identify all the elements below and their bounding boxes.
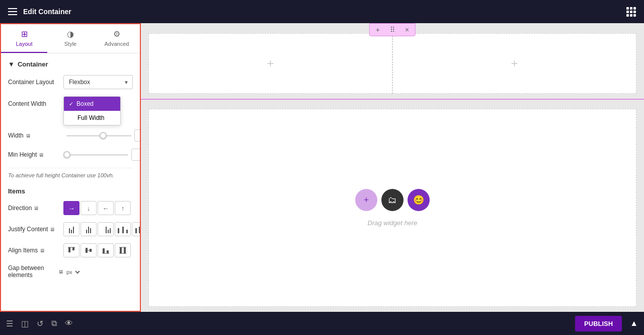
direction-row-reverse-btn[interactable]: ← (98, 201, 114, 215)
min-height-label: Min Height 🖥 (8, 151, 63, 158)
width-row: Width 🖥 px (8, 129, 133, 142)
drag-widget-text: Drag widget here (368, 219, 418, 227)
widget-buttons: + 🗂 😊 (355, 189, 430, 211)
direction-column-reverse-btn[interactable]: ↑ (115, 201, 131, 215)
tab-layout[interactable]: ⊞ Layout (1, 24, 47, 53)
style-icon: ◑ (67, 29, 74, 39)
content-width-row: Content Width ✓ Boxed Full Width (8, 96, 133, 125)
justify-space-around-btn[interactable] (132, 222, 140, 236)
justify-start-btn[interactable] (63, 222, 79, 236)
gap-responsive-icon: 🖥 (58, 269, 63, 275)
container-layout-row: Container Layout Flexbox ▼ (8, 75, 133, 89)
bottom-menu-icon[interactable]: ☰ (6, 319, 13, 328)
drag-widget-area: + 🗂 😊 Drag widget here (355, 189, 430, 227)
min-height-input[interactable] (131, 149, 140, 161)
align-center-btn[interactable] (80, 243, 97, 257)
content-width-dropdown: ✓ Boxed Full Width (63, 96, 121, 125)
canvas-box-left[interactable]: + (148, 33, 392, 94)
svg-rect-6 (103, 248, 105, 253)
justify-responsive-icon: 🖥 (50, 227, 55, 232)
min-height-slider[interactable] (63, 154, 128, 156)
justify-center-btn[interactable] (80, 222, 97, 236)
dropdown-item-boxed[interactable]: ✓ Boxed (64, 97, 120, 111)
canvas-inner: + ⠿ × + + (141, 23, 644, 312)
svg-rect-9 (120, 247, 122, 253)
justify-content-row: Justify Content 🖥 (8, 222, 133, 236)
align-end-btn[interactable] (98, 243, 114, 257)
dropdown-full-width-label: Full Width (77, 114, 104, 121)
container-drag-btn[interactable]: ⠿ (388, 25, 397, 35)
folder-widget-button[interactable]: 🗂 (381, 189, 404, 211)
container-close-btn[interactable]: × (403, 25, 411, 35)
bottom-duplicate-icon[interactable]: ⧉ (51, 319, 57, 328)
dropdown-item-full-width[interactable]: Full Width (64, 111, 120, 125)
width-label: Width 🖥 (8, 132, 63, 139)
gap-row: Gap between elements 🖥 px (8, 264, 133, 279)
left-panel: ⊞ Layout ◑ Style ⚙ Advanced ▼ Container (0, 23, 141, 312)
main-layout: ⊞ Layout ◑ Style ⚙ Advanced ▼ Container (0, 23, 644, 312)
dropdown-boxed-label: Boxed (76, 100, 94, 107)
pink-divider-line (141, 99, 644, 100)
width-slider[interactable] (66, 135, 131, 137)
section-title: Container (18, 60, 48, 68)
container-bar: + ⠿ × (369, 23, 416, 36)
justify-end-btn[interactable] (98, 222, 114, 236)
gap-unit-select[interactable]: px (63, 269, 82, 276)
emoji-widget-button[interactable]: 😊 (408, 189, 430, 211)
justify-content-label: Justify Content 🖥 (8, 226, 63, 233)
min-height-responsive-icon: 🖥 (39, 152, 44, 158)
direction-label-text: Direction (8, 205, 32, 212)
advanced-icon: ⚙ (113, 29, 120, 39)
width-input[interactable] (134, 129, 140, 142)
add-widget-right-icon[interactable]: + (511, 56, 518, 71)
direction-column-btn[interactable]: ↓ (80, 201, 97, 215)
container-add-btn[interactable]: + (374, 25, 382, 35)
canvas-bottom-section: + 🗂 😊 Drag widget here (148, 109, 636, 307)
chevron-up-icon[interactable]: ▲ (630, 319, 638, 328)
content-width-control: ✓ Boxed Full Width (63, 96, 121, 125)
tab-advanced[interactable]: ⚙ Advanced (94, 24, 140, 53)
svg-rect-7 (107, 250, 109, 253)
bottom-layers-icon[interactable]: ◫ (21, 319, 29, 328)
svg-rect-10 (124, 247, 126, 253)
bottom-history-icon[interactable]: ↺ (37, 319, 43, 328)
canvas-box-right[interactable]: + (392, 33, 636, 94)
width-label-text: Width (8, 132, 24, 139)
svg-rect-1 (72, 247, 74, 250)
page-title: Edit Container (23, 8, 71, 16)
items-header: Items (8, 187, 133, 195)
direction-label: Direction 🖥 (8, 205, 63, 212)
bottom-eye-icon[interactable]: 👁 (65, 319, 73, 328)
layout-icon: ⊞ (21, 29, 28, 39)
align-start-btn[interactable] (63, 243, 79, 257)
direction-row-btn[interactable]: → (63, 201, 79, 215)
panel-tabs: ⊞ Layout ◑ Style ⚙ Advanced (1, 24, 140, 53)
tab-style[interactable]: ◑ Style (47, 24, 94, 53)
direction-responsive-icon: 🖥 (34, 206, 39, 211)
align-items-label: Align Items 🖥 (8, 247, 63, 254)
align-items-row: Align Items 🖥 (8, 243, 133, 257)
hamburger-icon[interactable] (8, 8, 17, 15)
align-responsive-icon: 🖥 (40, 248, 45, 253)
gap-label-text: Gap between elements (8, 264, 56, 279)
hint-text: To achieve full height Container use 100… (8, 168, 133, 180)
min-height-control: pxvh (63, 149, 140, 161)
gap-label: Gap between elements 🖥 (8, 264, 63, 279)
grid-icon[interactable] (626, 7, 636, 17)
container-layout-select[interactable]: Flexbox (63, 75, 133, 89)
add-widget-button[interactable]: + (355, 189, 377, 211)
bottom-toolbar: ☰ ◫ ↺ ⧉ 👁 PUBLISH ▲ (0, 312, 644, 335)
direction-buttons: → ↓ ← ↑ (63, 201, 133, 215)
canvas-top-row: + + (148, 33, 636, 94)
gap-control: px (63, 268, 133, 276)
check-icon: ✓ (69, 101, 73, 107)
justify-space-between-btn[interactable] (115, 222, 131, 236)
section-caret-icon: ▼ (8, 60, 15, 68)
justify-content-buttons (63, 222, 140, 236)
responsive-icon: 🖥 (26, 133, 31, 139)
tab-advanced-label: Advanced (105, 41, 129, 47)
min-height-row: Min Height 🖥 pxvh (8, 149, 133, 161)
add-widget-left-icon[interactable]: + (267, 56, 274, 71)
publish-button[interactable]: PUBLISH (575, 316, 622, 331)
align-stretch-btn[interactable] (115, 243, 131, 257)
